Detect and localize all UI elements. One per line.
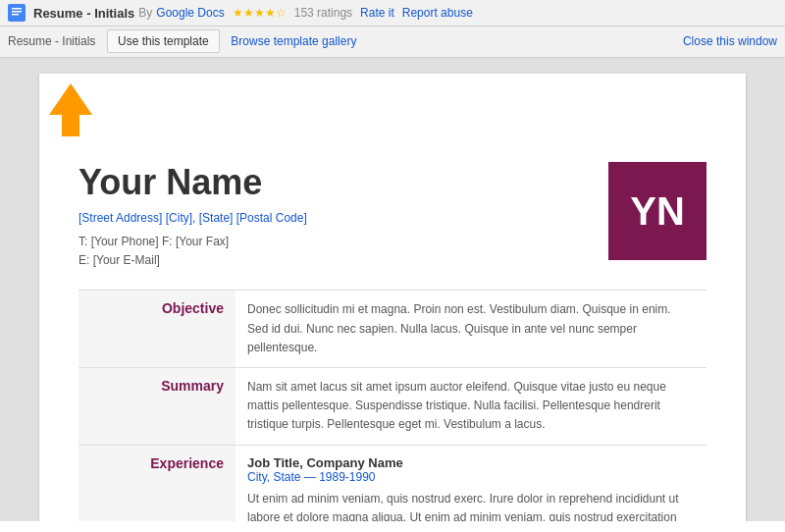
resume-header: Your Name [Street Address] [City], [Stat… bbox=[78, 103, 706, 270]
browse-gallery-link[interactable]: Browse template gallery bbox=[231, 34, 356, 48]
title-area: Resume - Initials By Google Docs bbox=[33, 6, 225, 21]
svg-rect-3 bbox=[12, 14, 19, 16]
svg-rect-0 bbox=[10, 5, 24, 21]
experience-label-cell: Experience bbox=[78, 445, 236, 521]
second-bar: Resume - Initials Use this template Brow… bbox=[0, 27, 785, 58]
svg-rect-1 bbox=[12, 8, 22, 10]
preview-area: Your Name [Street Address] [City], [Stat… bbox=[0, 58, 785, 521]
close-window-link[interactable]: Close this window bbox=[683, 34, 777, 48]
doc-icon bbox=[8, 4, 26, 22]
stars-display: ★★★★☆ bbox=[233, 6, 287, 20]
summary-content-cell: Nam sit amet lacus sit amet ipsum auctor… bbox=[236, 367, 706, 445]
use-template-button[interactable]: Use this template bbox=[107, 29, 220, 53]
top-bar: Resume - Initials By Google Docs ★★★★☆ 1… bbox=[0, 0, 785, 27]
summary-label: Summary bbox=[161, 378, 224, 394]
experience-content: Ut enim ad minim veniam, quis nostrud ex… bbox=[247, 492, 679, 522]
experience-content-cell: Job Title, Company Name City, State — 19… bbox=[236, 445, 706, 521]
phone-fax-line: T: [Your Phone] F: [Your Fax] bbox=[78, 233, 589, 251]
experience-label: Experience bbox=[150, 455, 224, 471]
arrow-up-icon bbox=[49, 83, 92, 115]
report-abuse-link[interactable]: Report abuse bbox=[402, 6, 473, 20]
objective-row: Objective Donec sollicitudin mi et magna… bbox=[78, 291, 706, 368]
ratings-count: 153 ratings bbox=[294, 6, 352, 20]
your-name: Your Name bbox=[78, 162, 589, 203]
arrow-stem bbox=[62, 115, 79, 136]
second-bar-left: Resume - Initials Use this template Brow… bbox=[8, 29, 356, 53]
objective-content-cell: Donec sollicitudin mi et magna. Proin no… bbox=[236, 291, 706, 368]
author-link[interactable]: Google Docs bbox=[156, 6, 224, 20]
address-line: [Street Address] [City], [State] [Postal… bbox=[78, 211, 589, 225]
summary-row: Summary Nam sit amet lacus sit amet ipsu… bbox=[78, 367, 706, 445]
experience-row: Experience Job Title, Company Name City,… bbox=[78, 445, 706, 521]
name-section: Your Name [Street Address] [City], [Stat… bbox=[78, 162, 589, 270]
by-label: By bbox=[138, 6, 152, 20]
summary-label-cell: Summary bbox=[78, 367, 236, 445]
objective-label: Objective bbox=[162, 300, 224, 316]
job-title: Job Title, Company Name bbox=[247, 455, 695, 470]
document: Your Name [Street Address] [City], [Stat… bbox=[39, 74, 746, 521]
svg-rect-2 bbox=[12, 11, 22, 13]
initials-box: YN bbox=[608, 162, 706, 260]
contact-lines: T: [Your Phone] F: [Your Fax] E: [Your E… bbox=[78, 233, 589, 270]
company-location: City, State — 1989-1990 bbox=[247, 470, 695, 484]
email-line: E: [Your E-Mail] bbox=[78, 251, 589, 270]
arrow-container bbox=[49, 83, 92, 136]
sections-table: Objective Donec sollicitudin mi et magna… bbox=[78, 290, 706, 521]
objective-content: Donec sollicitudin mi et magna. Proin no… bbox=[247, 302, 671, 353]
summary-content: Nam sit amet lacus sit amet ipsum auctor… bbox=[247, 380, 666, 431]
subtitle: Resume - Initials bbox=[8, 34, 95, 48]
objective-label-cell: Objective bbox=[78, 291, 236, 368]
doc-title: Resume - Initials bbox=[33, 6, 134, 21]
rate-it-link[interactable]: Rate it bbox=[360, 6, 394, 20]
